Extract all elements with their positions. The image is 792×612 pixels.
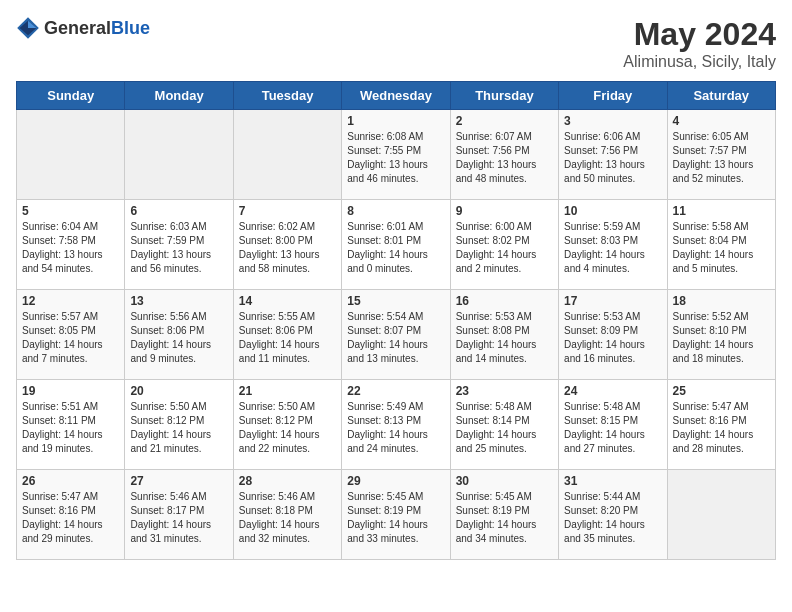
day-number: 4 — [673, 114, 770, 128]
cell-content: Sunrise: 5:47 AM Sunset: 8:16 PM Dayligh… — [22, 490, 119, 546]
calendar-cell: 4 Sunrise: 6:05 AM Sunset: 7:57 PM Dayli… — [667, 110, 775, 200]
calendar-cell: 6 Sunrise: 6:03 AM Sunset: 7:59 PM Dayli… — [125, 200, 233, 290]
cell-content: Sunrise: 5:49 AM Sunset: 8:13 PM Dayligh… — [347, 400, 444, 456]
sunrise-text: Sunrise: 5:45 AM — [347, 491, 423, 502]
daylight-text: Daylight: 13 hours and 48 minutes. — [456, 159, 537, 184]
sunset-text: Sunset: 8:20 PM — [564, 505, 638, 516]
sunrise-text: Sunrise: 6:06 AM — [564, 131, 640, 142]
daylight-text: Daylight: 13 hours and 54 minutes. — [22, 249, 103, 274]
cell-content: Sunrise: 5:52 AM Sunset: 8:10 PM Dayligh… — [673, 310, 770, 366]
daylight-text: Daylight: 14 hours and 2 minutes. — [456, 249, 537, 274]
cell-content: Sunrise: 5:56 AM Sunset: 8:06 PM Dayligh… — [130, 310, 227, 366]
calendar-cell: 13 Sunrise: 5:56 AM Sunset: 8:06 PM Dayl… — [125, 290, 233, 380]
sunset-text: Sunset: 8:15 PM — [564, 415, 638, 426]
cell-content: Sunrise: 5:57 AM Sunset: 8:05 PM Dayligh… — [22, 310, 119, 366]
sunrise-text: Sunrise: 6:00 AM — [456, 221, 532, 232]
calendar-cell: 17 Sunrise: 5:53 AM Sunset: 8:09 PM Dayl… — [559, 290, 667, 380]
cell-content: Sunrise: 5:45 AM Sunset: 8:19 PM Dayligh… — [456, 490, 553, 546]
cell-content: Sunrise: 6:03 AM Sunset: 7:59 PM Dayligh… — [130, 220, 227, 276]
day-number: 2 — [456, 114, 553, 128]
sunrise-text: Sunrise: 5:58 AM — [673, 221, 749, 232]
cell-content: Sunrise: 5:50 AM Sunset: 8:12 PM Dayligh… — [239, 400, 336, 456]
daylight-text: Daylight: 14 hours and 16 minutes. — [564, 339, 645, 364]
cell-content: Sunrise: 5:48 AM Sunset: 8:14 PM Dayligh… — [456, 400, 553, 456]
sunset-text: Sunset: 8:09 PM — [564, 325, 638, 336]
calendar-cell: 31 Sunrise: 5:44 AM Sunset: 8:20 PM Dayl… — [559, 470, 667, 560]
cell-content: Sunrise: 6:07 AM Sunset: 7:56 PM Dayligh… — [456, 130, 553, 186]
day-number: 22 — [347, 384, 444, 398]
calendar-cell: 23 Sunrise: 5:48 AM Sunset: 8:14 PM Dayl… — [450, 380, 558, 470]
sunset-text: Sunset: 8:19 PM — [347, 505, 421, 516]
day-number: 19 — [22, 384, 119, 398]
day-number: 8 — [347, 204, 444, 218]
calendar-cell: 24 Sunrise: 5:48 AM Sunset: 8:15 PM Dayl… — [559, 380, 667, 470]
sunrise-text: Sunrise: 6:02 AM — [239, 221, 315, 232]
logo-general: General — [44, 18, 111, 38]
calendar-cell: 25 Sunrise: 5:47 AM Sunset: 8:16 PM Dayl… — [667, 380, 775, 470]
daylight-text: Daylight: 13 hours and 56 minutes. — [130, 249, 211, 274]
calendar-cell: 3 Sunrise: 6:06 AM Sunset: 7:56 PM Dayli… — [559, 110, 667, 200]
calendar-cell: 1 Sunrise: 6:08 AM Sunset: 7:55 PM Dayli… — [342, 110, 450, 200]
sunset-text: Sunset: 8:01 PM — [347, 235, 421, 246]
weekday-header-saturday: Saturday — [667, 82, 775, 110]
calendar-cell: 2 Sunrise: 6:07 AM Sunset: 7:56 PM Dayli… — [450, 110, 558, 200]
day-number: 31 — [564, 474, 661, 488]
sunset-text: Sunset: 8:12 PM — [239, 415, 313, 426]
sunrise-text: Sunrise: 5:45 AM — [456, 491, 532, 502]
daylight-text: Daylight: 14 hours and 13 minutes. — [347, 339, 428, 364]
sunrise-text: Sunrise: 5:46 AM — [239, 491, 315, 502]
sunset-text: Sunset: 8:00 PM — [239, 235, 313, 246]
sunrise-text: Sunrise: 5:50 AM — [130, 401, 206, 412]
sunrise-text: Sunrise: 5:57 AM — [22, 311, 98, 322]
logo-icon — [16, 16, 40, 40]
day-number: 20 — [130, 384, 227, 398]
calendar-cell: 15 Sunrise: 5:54 AM Sunset: 8:07 PM Dayl… — [342, 290, 450, 380]
daylight-text: Daylight: 14 hours and 5 minutes. — [673, 249, 754, 274]
sunrise-text: Sunrise: 5:53 AM — [564, 311, 640, 322]
cell-content: Sunrise: 6:02 AM Sunset: 8:00 PM Dayligh… — [239, 220, 336, 276]
cell-content: Sunrise: 5:46 AM Sunset: 8:18 PM Dayligh… — [239, 490, 336, 546]
calendar-week-row: 12 Sunrise: 5:57 AM Sunset: 8:05 PM Dayl… — [17, 290, 776, 380]
sunrise-text: Sunrise: 5:47 AM — [673, 401, 749, 412]
logo-blue: Blue — [111, 18, 150, 38]
daylight-text: Daylight: 14 hours and 35 minutes. — [564, 519, 645, 544]
calendar-cell — [17, 110, 125, 200]
sunset-text: Sunset: 7:59 PM — [130, 235, 204, 246]
day-number: 6 — [130, 204, 227, 218]
daylight-text: Daylight: 14 hours and 4 minutes. — [564, 249, 645, 274]
calendar-cell: 30 Sunrise: 5:45 AM Sunset: 8:19 PM Dayl… — [450, 470, 558, 560]
cell-content: Sunrise: 6:06 AM Sunset: 7:56 PM Dayligh… — [564, 130, 661, 186]
calendar-cell: 12 Sunrise: 5:57 AM Sunset: 8:05 PM Dayl… — [17, 290, 125, 380]
sunrise-text: Sunrise: 6:03 AM — [130, 221, 206, 232]
sunset-text: Sunset: 7:56 PM — [456, 145, 530, 156]
calendar-cell: 11 Sunrise: 5:58 AM Sunset: 8:04 PM Dayl… — [667, 200, 775, 290]
daylight-text: Daylight: 14 hours and 24 minutes. — [347, 429, 428, 454]
sunset-text: Sunset: 8:08 PM — [456, 325, 530, 336]
cell-content: Sunrise: 5:48 AM Sunset: 8:15 PM Dayligh… — [564, 400, 661, 456]
sunrise-text: Sunrise: 5:47 AM — [22, 491, 98, 502]
day-number: 5 — [22, 204, 119, 218]
weekday-header-friday: Friday — [559, 82, 667, 110]
daylight-text: Daylight: 13 hours and 52 minutes. — [673, 159, 754, 184]
calendar-cell: 26 Sunrise: 5:47 AM Sunset: 8:16 PM Dayl… — [17, 470, 125, 560]
daylight-text: Daylight: 14 hours and 34 minutes. — [456, 519, 537, 544]
cell-content: Sunrise: 5:53 AM Sunset: 8:09 PM Dayligh… — [564, 310, 661, 366]
calendar-cell: 16 Sunrise: 5:53 AM Sunset: 8:08 PM Dayl… — [450, 290, 558, 380]
sunrise-text: Sunrise: 6:01 AM — [347, 221, 423, 232]
sunset-text: Sunset: 8:11 PM — [22, 415, 96, 426]
calendar-cell — [667, 470, 775, 560]
sunset-text: Sunset: 8:12 PM — [130, 415, 204, 426]
calendar-week-row: 5 Sunrise: 6:04 AM Sunset: 7:58 PM Dayli… — [17, 200, 776, 290]
day-number: 28 — [239, 474, 336, 488]
title-area: May 2024 Aliminusa, Sicily, Italy — [623, 16, 776, 71]
daylight-text: Daylight: 14 hours and 0 minutes. — [347, 249, 428, 274]
sunrise-text: Sunrise: 5:53 AM — [456, 311, 532, 322]
sunset-text: Sunset: 7:57 PM — [673, 145, 747, 156]
calendar-cell — [233, 110, 341, 200]
daylight-text: Daylight: 14 hours and 19 minutes. — [22, 429, 103, 454]
daylight-text: Daylight: 14 hours and 22 minutes. — [239, 429, 320, 454]
day-number: 24 — [564, 384, 661, 398]
sub-title: Aliminusa, Sicily, Italy — [623, 53, 776, 71]
daylight-text: Daylight: 14 hours and 7 minutes. — [22, 339, 103, 364]
calendar-cell: 20 Sunrise: 5:50 AM Sunset: 8:12 PM Dayl… — [125, 380, 233, 470]
